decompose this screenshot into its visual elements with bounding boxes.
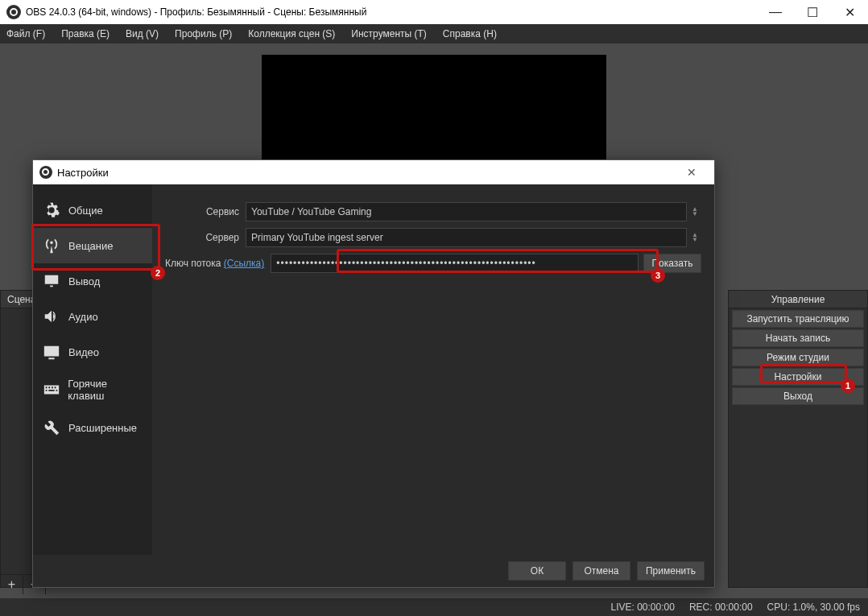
ok-button[interactable]: ОК <box>508 561 566 581</box>
sidebar-item-audio[interactable]: Аудио <box>33 299 152 334</box>
spinner-icon[interactable]: ▲▼ <box>688 233 701 242</box>
sidebar-item-output[interactable]: Вывод <box>33 263 152 299</box>
cancel-button[interactable]: Отмена <box>572 561 630 581</box>
status-live: LIVE: 00:00:00 <box>610 602 674 613</box>
main-menu-bar: Файл (F) Правка (E) Вид (V) Профиль (P) … <box>0 24 868 43</box>
gear-icon <box>41 201 62 220</box>
speaker-icon <box>41 307 62 326</box>
apply-button[interactable]: Применить <box>637 561 705 581</box>
service-value: YouTube / YouTube Gaming <box>251 206 371 217</box>
sidebar-item-label: Вывод <box>68 275 100 287</box>
sidebar-item-label: Аудио <box>68 311 98 323</box>
window-maximize-button[interactable]: ☐ <box>794 0 831 24</box>
controls-panel: Управление Запустить трансляцию Начать з… <box>728 290 868 588</box>
server-select[interactable]: Primary YouTube ingest server <box>246 228 687 247</box>
window-close-button[interactable]: ✕ <box>831 0 868 24</box>
tools-icon <box>41 418 62 437</box>
highlight-badge-1: 1 <box>841 378 855 393</box>
settings-dialog: Настройки ✕ Общие Вещание Вывод <box>32 159 715 588</box>
menu-view[interactable]: Вид (V) <box>122 27 162 41</box>
settings-content: Сервис YouTube / YouTube Gaming ▲▼ Серве… <box>152 184 714 555</box>
sidebar-item-hotkeys[interactable]: Горячие клавиш <box>33 370 152 410</box>
keyboard-icon <box>41 380 61 399</box>
start-stream-button[interactable]: Запустить трансляцию <box>732 310 864 328</box>
sidebar-item-general[interactable]: Общие <box>33 192 152 228</box>
start-record-button[interactable]: Начать запись <box>732 329 864 347</box>
dialog-titlebar: Настройки ✕ <box>33 160 714 184</box>
dialog-close-button[interactable]: ✕ <box>676 166 708 179</box>
menu-file[interactable]: Файл (F) <box>3 27 48 41</box>
stream-key-link[interactable]: (Ссылка) <box>224 258 264 269</box>
menu-scene-collection[interactable]: Коллекция сцен (S) <box>245 27 338 41</box>
sidebar-item-stream[interactable]: Вещание <box>33 228 152 263</box>
sidebar-item-advanced[interactable]: Расширенные <box>33 410 152 445</box>
spinner-icon[interactable]: ▲▼ <box>688 207 701 217</box>
obs-app-icon <box>39 166 52 179</box>
window-title: OBS 24.0.3 (64-bit, windows) - Профиль: … <box>26 6 366 18</box>
service-label: Сервис <box>165 206 246 217</box>
monitor-arrow-icon <box>41 271 62 291</box>
sidebar-item-label: Горячие клавиш <box>68 378 144 402</box>
sidebar-item-label: Расширенные <box>68 422 137 434</box>
highlight-badge-3: 3 <box>651 268 665 283</box>
menu-tools[interactable]: Инструменты (T) <box>348 27 429 41</box>
obs-app-icon <box>6 5 21 19</box>
service-select[interactable]: YouTube / YouTube Gaming <box>246 202 687 221</box>
menu-edit[interactable]: Правка (E) <box>58 27 113 41</box>
menu-help[interactable]: Справка (H) <box>440 27 500 41</box>
window-titlebar: OBS 24.0.3 (64-bit, windows) - Профиль: … <box>0 0 868 24</box>
status-rec: REC: 00:00:00 <box>689 602 753 613</box>
status-bar: LIVE: 00:00:00 REC: 00:00:00 CPU: 1.0%, … <box>0 598 868 616</box>
server-value: Primary YouTube ingest server <box>251 232 383 243</box>
sidebar-item-label: Вещание <box>68 240 114 252</box>
menu-profile[interactable]: Профиль (P) <box>172 27 235 41</box>
monitor-icon <box>41 342 62 362</box>
sidebar-item-video[interactable]: Видео <box>33 334 152 370</box>
sidebar-item-label: Общие <box>68 205 103 217</box>
scene-add-button[interactable]: + <box>1 575 23 594</box>
dialog-footer: ОК Отмена Применить <box>33 555 714 587</box>
highlight-badge-2: 2 <box>151 266 165 280</box>
window-minimize-button[interactable]: — <box>757 0 794 24</box>
server-label: Сервер <box>165 232 246 243</box>
stream-key-label: Ключ потока (Ссылка) <box>165 258 271 269</box>
status-cpu: CPU: 1.0%, 30.00 fps <box>767 602 860 613</box>
antenna-icon <box>41 236 62 255</box>
studio-mode-button[interactable]: Режим студии <box>732 349 864 366</box>
controls-header: Управление <box>729 291 867 308</box>
sidebar-item-label: Видео <box>68 346 99 358</box>
dialog-title: Настройки <box>57 167 109 179</box>
settings-sidebar: Общие Вещание Вывод Аудио <box>33 184 152 555</box>
stream-key-input[interactable]: ••••••••••••••••••••••••••••••••••••••••… <box>271 254 639 273</box>
